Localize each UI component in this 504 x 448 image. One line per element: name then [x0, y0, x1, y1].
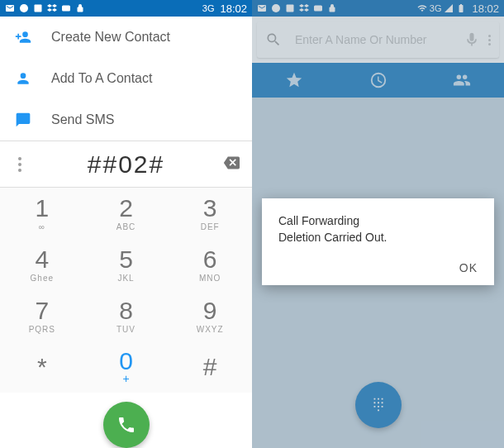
add-to-contact-item[interactable]: Add To A Contact — [0, 58, 252, 99]
key-4[interactable]: 4Ghee — [0, 239, 84, 290]
dialed-number: ##02# — [31, 150, 221, 179]
key-6[interactable]: 6MNO — [168, 239, 252, 290]
send-sms-label: Send SMS — [51, 112, 114, 127]
call-button[interactable] — [103, 402, 150, 448]
telegram-icon — [19, 3, 29, 13]
key-9[interactable]: 9WXYZ — [168, 290, 252, 341]
svg-rect-2 — [62, 6, 70, 12]
create-contact-item[interactable]: Create New Contact — [0, 17, 252, 58]
clock: 18:02 — [220, 2, 247, 15]
youtube-icon — [61, 3, 71, 13]
action-menu: Create New Contact Add To A Contact Send… — [0, 17, 252, 141]
key-0[interactable]: 0+ — [84, 341, 169, 393]
dialog-line-2: Deletion Carried Out. — [278, 230, 478, 246]
key-star[interactable]: * — [0, 341, 84, 393]
key-3[interactable]: 3DEF — [168, 188, 252, 239]
person-add-icon — [15, 29, 31, 45]
number-display-row: ##02# — [0, 141, 252, 187]
add-to-contact-label: Add To A Contact — [51, 71, 152, 86]
dialog-ok-button[interactable]: OK — [459, 261, 478, 274]
dialer-screen: 3G 18:02 Create New Contact Add To A Con… — [0, 0, 252, 448]
create-contact-label: Create New Contact — [51, 30, 170, 45]
phone-icon — [116, 415, 136, 435]
send-sms-item[interactable]: Send SMS — [0, 99, 252, 141]
key-5[interactable]: 5JKL — [84, 239, 169, 290]
key-1[interactable]: 1∞ — [0, 188, 84, 239]
svg-point-0 — [20, 4, 28, 12]
overflow-menu[interactable] — [8, 157, 31, 172]
person-icon — [15, 70, 31, 87]
lock-icon — [75, 3, 85, 13]
key-7[interactable]: 7PQRS — [0, 290, 84, 341]
alert-dialog: Call Forwarding Deletion Carried Out. OK — [262, 198, 494, 285]
status-bar: 3G 18:02 — [0, 0, 252, 17]
contacts-screen: 3G 18:02 Enter A Name Or Number Call For — [252, 0, 504, 448]
network-label: 3G — [202, 3, 215, 13]
key-hash[interactable]: # — [168, 341, 252, 393]
key-8[interactable]: 8TUV — [84, 290, 169, 341]
sms-icon — [15, 112, 31, 128]
dropbox-icon — [47, 3, 57, 13]
dialog-line-1: Call Forwarding — [278, 213, 478, 230]
key-2[interactable]: 2ABC — [84, 188, 169, 239]
backspace-icon — [221, 155, 242, 171]
backspace-button[interactable] — [221, 155, 244, 174]
keypad: 1∞ 2ABC 3DEF 4Ghee 5JKL 6MNO 7PQRS 8TUV … — [0, 187, 252, 393]
svg-rect-1 — [35, 5, 42, 12]
mail-icon — [5, 3, 15, 13]
image-icon — [33, 3, 43, 13]
